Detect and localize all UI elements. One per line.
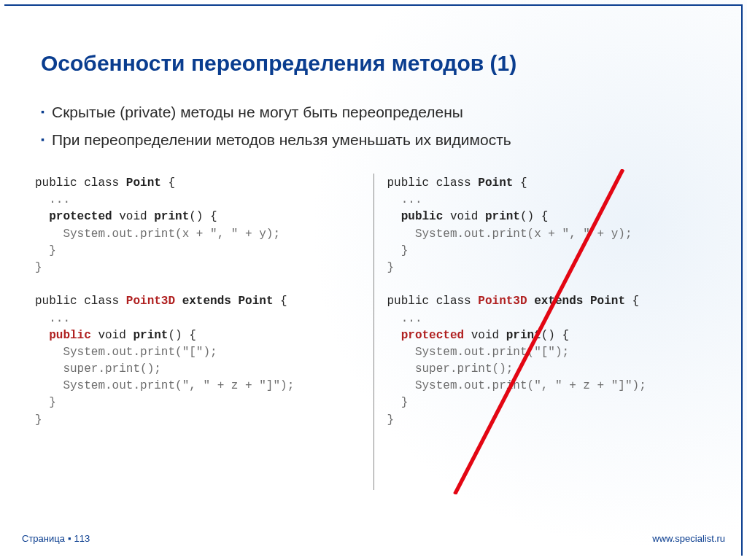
code-token: print <box>154 210 189 223</box>
code-token: public class <box>35 295 126 308</box>
code-token <box>583 295 590 308</box>
bullet-icon: ▪ <box>41 133 44 145</box>
code-line: ... <box>387 193 422 206</box>
code-line: } <box>387 261 395 274</box>
code-token: extends <box>534 295 583 308</box>
code-token: { <box>625 295 639 308</box>
slide-title: Особенности переопределения методов (1) <box>41 51 718 76</box>
code-token: { <box>513 176 527 190</box>
code-right: public class Point { ... public void pri… <box>374 169 726 494</box>
code-token: public class <box>387 176 479 190</box>
code-token: () { <box>168 329 196 342</box>
code-line: } <box>35 413 42 427</box>
code-token: () { <box>541 329 569 342</box>
code-line: } <box>35 261 42 274</box>
code-token: public <box>49 329 91 342</box>
code-token: protected <box>49 210 112 223</box>
code-line: ... <box>35 193 70 206</box>
bullet-text: Скрытые (private) методы не могут быть п… <box>52 102 463 122</box>
page-number: 113 <box>74 533 90 544</box>
code-line: System.out.print(", " + z + "]"); <box>387 379 646 392</box>
page-label: Страница <box>22 533 65 544</box>
code-line: } <box>387 396 409 409</box>
code-token: void <box>443 210 485 223</box>
bullet-text: При переопределении методов нельзя умень… <box>52 130 511 150</box>
code-line: System.out.print(x + ", " + y); <box>387 228 632 241</box>
code-token <box>35 329 49 342</box>
code-token: public <box>401 210 444 223</box>
bullet-icon: ▪ <box>41 106 44 117</box>
code-token: Point3D <box>478 295 527 308</box>
code-line: System.out.print(x + ", " + y); <box>35 228 280 241</box>
footer-url: www.specialist.ru <box>652 533 725 544</box>
code-token: void <box>112 210 155 223</box>
bullet-list: ▪ Скрытые (private) методы не могут быть… <box>41 102 718 158</box>
code-token: extends <box>182 295 231 308</box>
code-token <box>175 295 182 308</box>
code-line: ... <box>387 312 422 325</box>
code-line: System.out.print("["); <box>387 346 570 359</box>
code-line: } <box>35 244 56 257</box>
code-token: public class <box>35 176 126 190</box>
code-token: () { <box>189 210 217 223</box>
code-token: Point <box>590 295 625 308</box>
code-token <box>527 295 535 308</box>
code-token: () { <box>520 210 548 223</box>
slide: Особенности переопределения методов (1) … <box>0 0 747 560</box>
code-line: } <box>35 396 56 409</box>
code-token <box>387 210 401 223</box>
code-line: System.out.print("["); <box>35 346 217 359</box>
slide-footer: Страница▪113 www.specialist.ru <box>22 533 725 544</box>
code-left: public class Point { ... protected void … <box>22 169 374 494</box>
code-line: super.print(); <box>387 362 514 376</box>
separator-icon: ▪ <box>68 533 71 544</box>
code-line: super.print(); <box>35 362 161 376</box>
bullet-item: ▪ При переопределении методов нельзя уме… <box>41 130 718 150</box>
code-token: print <box>133 329 168 342</box>
code-token: Point <box>238 295 273 308</box>
code-line: ... <box>35 312 70 325</box>
code-token: { <box>274 295 287 308</box>
code-line: System.out.print(", " + z + "]"); <box>35 379 294 392</box>
code-line: } <box>387 413 395 427</box>
code-area: public class Point { ... protected void … <box>22 169 725 494</box>
code-token: protected <box>401 329 464 342</box>
code-token <box>387 329 401 342</box>
code-line: } <box>387 244 409 257</box>
code-token: print <box>485 210 520 223</box>
code-token: void <box>91 329 133 342</box>
code-token: void <box>464 329 506 342</box>
code-token: { <box>161 176 175 190</box>
code-token: Point <box>126 176 161 190</box>
code-token <box>35 210 49 223</box>
code-token: Point <box>478 176 513 190</box>
bullet-item: ▪ Скрытые (private) методы не могут быть… <box>41 102 718 122</box>
code-token: Point3D <box>126 295 175 308</box>
page-indicator: Страница▪113 <box>22 533 90 544</box>
code-token: print <box>506 329 541 342</box>
code-token: public class <box>387 295 479 308</box>
